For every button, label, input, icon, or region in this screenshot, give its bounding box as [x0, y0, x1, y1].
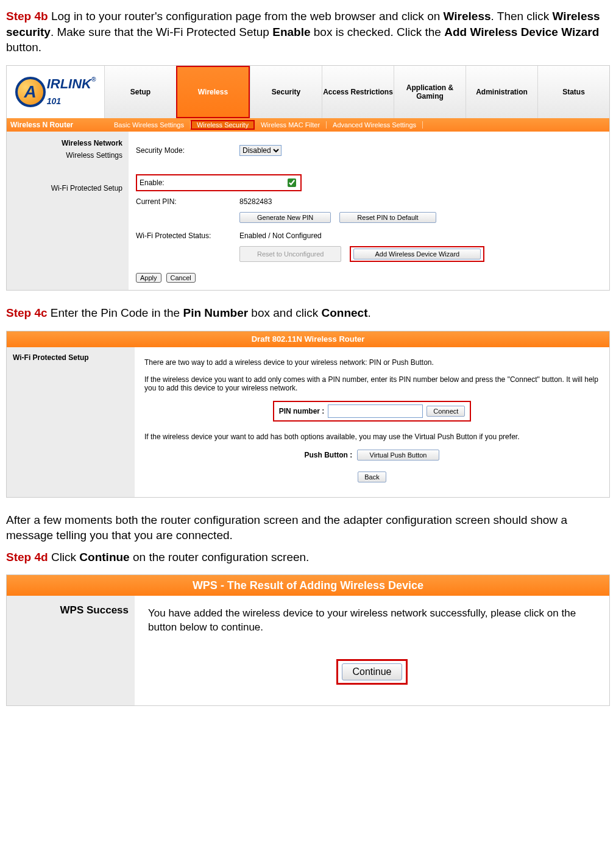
connected-note: After a few moments both the router conf… [6, 512, 610, 543]
generate-new-pin-button[interactable]: Generate New PIN [239, 212, 331, 223]
logo-a-icon: A [15, 77, 46, 107]
push-button-label: Push Button : [305, 451, 353, 459]
connect-button[interactable]: Connect [427, 406, 465, 417]
wps-success-label: WPS Success [7, 596, 135, 705]
step4d-label: Step 4d [6, 551, 48, 563]
reset-unconfigured-button[interactable]: Reset to Unconfigured [239, 246, 341, 262]
tab-status[interactable]: Status [537, 66, 609, 118]
subtab-wireless-security[interactable]: Wireless Security [191, 120, 255, 130]
pin-number-label: PIN number : [279, 407, 325, 415]
subtab-basic-wireless[interactable]: Basic Wireless Settings [108, 121, 191, 129]
add-wireless-device-wizard-button[interactable]: Add Wireless Device Wizard [353, 249, 481, 260]
subtab-mac-filter[interactable]: Wireless MAC Filter [255, 121, 327, 129]
wps-success-message: You have added the wireless device to yo… [148, 607, 596, 635]
pin-number-input[interactable] [328, 404, 423, 418]
shot2-header: Draft 802.11N Wireless Router [7, 331, 609, 347]
reset-pin-default-button[interactable]: Reset PIN to Default [339, 212, 436, 223]
router-wps-pin-screenshot: Draft 802.11N Wireless Router Wi-Fi Prot… [6, 331, 610, 498]
step4c-label: Step 4c [6, 306, 48, 319]
tab-security[interactable]: Security [250, 66, 322, 118]
shot2-p1: There are two way to add a wireless devi… [144, 358, 600, 367]
step4c-instruction: Step 4c Enter the Pin Code in the Pin Nu… [6, 305, 610, 321]
wps-status-value: Enabled / Not Configured [239, 231, 322, 240]
security-mode-label: Security Mode: [136, 146, 239, 155]
main-tabs: Setup Wireless Security Access Restricti… [104, 66, 609, 118]
virtual-push-button[interactable]: Virtual Push Button [357, 450, 440, 461]
enable-highlight: Enable: [136, 174, 302, 191]
airlink-logo: A IRLINK®101 [7, 66, 104, 118]
current-pin-value: 85282483 [239, 197, 272, 206]
router-wps-success-screenshot: WPS - The Result of Adding Wireless Devi… [6, 574, 610, 706]
shot2-side-title: Wi-Fi Protected Setup [7, 347, 135, 497]
side-wireless-settings[interactable]: Wireless Settings [13, 151, 122, 160]
back-button[interactable]: Back [358, 471, 386, 482]
side-wireless-network: Wireless Network [13, 139, 122, 147]
continue-highlight: Continue [336, 659, 407, 685]
current-pin-label: Current PIN: [136, 197, 239, 206]
subtab-advanced-wireless[interactable]: Advanced Wireless Settings [327, 121, 423, 129]
step4b-instruction: Step 4b Log in to your router's configur… [6, 9, 610, 55]
step4d-instruction: Step 4d Click Continue on the router con… [6, 549, 610, 565]
add-wizard-highlight: Add Wireless Device Wizard [350, 246, 484, 262]
security-mode-select[interactable]: Disabled [239, 145, 281, 156]
tab-access-restrictions[interactable]: Access Restrictions [322, 66, 394, 118]
shot3-header: WPS - The Result of Adding Wireless Devi… [7, 575, 609, 596]
tab-setup[interactable]: Setup [104, 66, 176, 118]
wps-status-label: Wi-Fi Protected Status: [136, 231, 239, 240]
step4b-label: Step 4b [6, 10, 48, 23]
router-wireless-security-screenshot: A IRLINK®101 Setup Wireless Security Acc… [6, 65, 610, 291]
shot2-p3: If the wireless device your want to add … [144, 432, 600, 441]
apply-button[interactable]: Apply [136, 273, 161, 283]
side-wps[interactable]: Wi-Fi Protected Setup [13, 184, 122, 192]
pin-highlight: PIN number : Connect [273, 401, 472, 422]
enable-label: Enable: [140, 178, 165, 187]
tab-administration[interactable]: Administration [466, 66, 537, 118]
shot2-p2: If the wireless device you want to add o… [144, 375, 600, 392]
tab-app-gaming[interactable]: Application & Gaming [394, 66, 466, 118]
cancel-button[interactable]: Cancel [166, 273, 196, 283]
enable-checkbox[interactable] [288, 178, 296, 187]
model-label: Wireless N Router [7, 121, 108, 129]
continue-button[interactable]: Continue [342, 663, 402, 680]
tab-wireless[interactable]: Wireless [176, 66, 250, 118]
